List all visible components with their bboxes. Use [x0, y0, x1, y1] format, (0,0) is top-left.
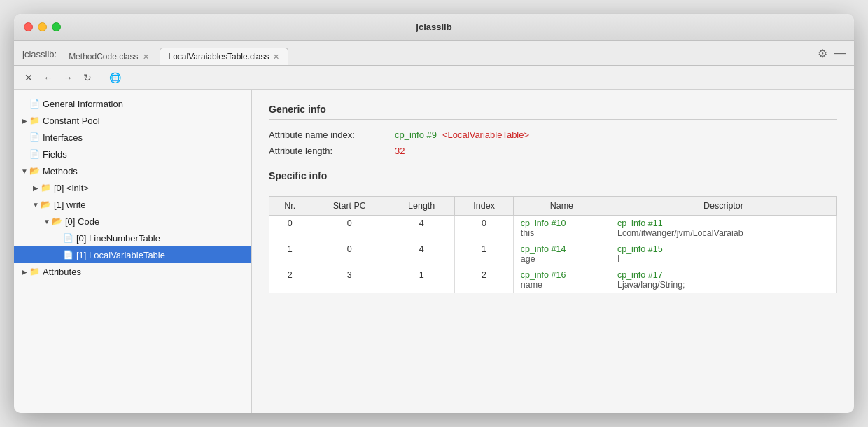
sidebar-item-attributes[interactable]: ▶ 📁 Attributes [14, 263, 251, 280]
back-button[interactable]: ← [41, 70, 56, 85]
main-area: 📄 General Information ▶ 📁 Constant Pool … [14, 90, 854, 413]
generic-info-title: Generic info [269, 104, 837, 120]
label-methods: Methods [43, 166, 78, 176]
name-link-1[interactable]: cp_info #14 [521, 244, 566, 254]
close-nav-button[interactable]: ✕ [21, 70, 36, 85]
expand-localvariable [53, 251, 63, 259]
minimize-button[interactable] [38, 22, 47, 31]
refresh-icon: ↻ [83, 72, 92, 83]
window-title: jclasslib [416, 22, 451, 32]
toolbar-divider [101, 72, 102, 83]
label-localvariable: [1] LocalVariableTable [76, 250, 165, 260]
sidebar-item-init[interactable]: ▶ 📁 [0] <init> [14, 179, 251, 196]
forward-button[interactable]: → [60, 70, 76, 85]
col-nr: Nr. [270, 197, 312, 216]
expand-attributes: ▶ [20, 268, 29, 276]
attr-length-row: Attribute length: 32 [269, 146, 837, 156]
tab-prefix: jclasslib: [22, 49, 57, 65]
col-length: Length [388, 197, 455, 216]
close-button[interactable] [24, 22, 33, 31]
attr-name-label: Attribute name index: [269, 130, 395, 140]
cell-length-1: 4 [388, 241, 455, 267]
name-sub-1: age [521, 254, 603, 264]
cell-index-0: 0 [455, 216, 513, 241]
folder-icon-constant-pool: 📁 [29, 115, 40, 125]
attr-length-value: 32 [395, 146, 405, 156]
sidebar-item-general-info[interactable]: 📄 General Information [14, 95, 251, 112]
expand-general-info [20, 100, 29, 108]
tab-localvariables[interactable]: LocalVaraiablesTable.class ✕ [160, 48, 289, 65]
doc-icon-interfaces: 📄 [29, 132, 40, 142]
traffic-lights [24, 22, 61, 31]
specific-info-section: Specific info Nr. Start PC Length Index … [269, 170, 837, 293]
sidebar-item-code[interactable]: ▼ 📂 [0] Code [14, 213, 251, 230]
refresh-button[interactable]: ↻ [80, 70, 95, 85]
desc-link-0[interactable]: cp_info #11 [617, 218, 663, 228]
attr-name-link[interactable]: cp_info #9 [395, 130, 437, 140]
expand-constant-pool: ▶ [20, 117, 29, 125]
tabbar: jclasslib: MethodCode.class ✕ LocalVarai… [14, 41, 854, 66]
cell-name-1: cp_info #14 age [513, 241, 610, 267]
tab-methodcode-close[interactable]: ✕ [143, 53, 149, 61]
sidebar-item-fields[interactable]: 📄 Fields [14, 146, 251, 162]
content-panel: Generic info Attribute name index: cp_in… [252, 90, 854, 413]
col-startpc: Start PC [311, 197, 388, 216]
tab-localvariables-close[interactable]: ✕ [273, 53, 279, 61]
settings-icon[interactable]: ⚙ [818, 47, 827, 60]
forward-icon: → [63, 72, 73, 83]
folder-icon-attributes: 📁 [29, 267, 40, 276]
sidebar-item-methods[interactable]: ▼ 📂 Methods [14, 162, 251, 179]
desc-sub-1: I [617, 254, 830, 264]
expand-write: ▼ [31, 201, 41, 209]
doc-icon-linenumber: 📄 [63, 233, 74, 243]
toolbar: ✕ ← → ↻ 🌐 [14, 66, 854, 90]
label-interfaces: Interfaces [43, 132, 83, 143]
cell-desc-2: cp_info #17 Ljava/lang/String; [610, 267, 836, 293]
doc-icon-general-info: 📄 [29, 99, 40, 108]
table-row: 2 3 1 2 cp_info #16 name cp_info #17 Lja… [270, 267, 837, 293]
desc-sub-0: Lcom/itwanger/jvm/LocalVaraiab [617, 228, 830, 238]
expand-interfaces [20, 134, 29, 141]
sidebar-item-constant-pool[interactable]: ▶ 📁 Constant Pool [14, 112, 251, 129]
label-fields: Fields [43, 149, 67, 160]
sidebar-item-localvariable[interactable]: 📄 [1] LocalVariableTable [14, 246, 251, 263]
desc-link-2[interactable]: cp_info #17 [617, 270, 663, 280]
sidebar-item-linenumber[interactable]: 📄 [0] LineNumberTable [14, 230, 251, 246]
minimize-icon[interactable]: — [834, 47, 846, 60]
name-link-0[interactable]: cp_info #10 [521, 218, 566, 228]
desc-link-1[interactable]: cp_info #15 [617, 244, 663, 254]
cell-desc-1: cp_info #15 I [610, 241, 836, 267]
folder-icon-methods: 📂 [29, 166, 40, 176]
cell-startpc-1: 0 [311, 241, 388, 267]
globe-button[interactable]: 🌐 [107, 70, 122, 85]
tabbar-actions: ⚙ — [818, 47, 846, 60]
doc-icon-fields: 📄 [29, 149, 40, 159]
tab-methodcode[interactable]: MethodCode.class ✕ [59, 48, 158, 65]
col-descriptor: Descriptor [610, 197, 836, 216]
label-constant-pool: Constant Pool [43, 115, 100, 126]
expand-fields [20, 150, 29, 158]
specific-info-title: Specific info [269, 170, 837, 186]
desc-sub-2: Ljava/lang/String; [617, 280, 830, 290]
cell-length-2: 1 [388, 267, 455, 293]
cell-nr-2: 2 [270, 267, 312, 293]
main-window: jclasslib jclasslib: MethodCode.class ✕ … [14, 14, 854, 413]
sidebar-item-interfaces[interactable]: 📄 Interfaces [14, 129, 251, 146]
attr-name-tag: <LocalVariableTable> [442, 130, 529, 140]
label-init: [0] <init> [54, 183, 89, 193]
sidebar-item-write[interactable]: ▼ 📂 [1] write [14, 196, 251, 213]
tab-localvariables-label: LocalVaraiablesTable.class [169, 52, 270, 62]
expand-methods: ▼ [20, 167, 29, 175]
titlebar: jclasslib [14, 14, 854, 41]
close-nav-icon: ✕ [24, 72, 33, 83]
fullscreen-button[interactable] [52, 22, 61, 31]
doc-icon-localvariable: 📄 [63, 250, 74, 260]
expand-code: ▼ [42, 218, 52, 225]
name-link-2[interactable]: cp_info #16 [521, 270, 566, 280]
label-linenumber: [0] LineNumberTable [76, 233, 160, 244]
label-general-info: General Information [43, 99, 123, 109]
attr-name-row: Attribute name index: cp_info #9 <LocalV… [269, 130, 837, 140]
cell-startpc-2: 3 [311, 267, 388, 293]
name-sub-2: name [521, 280, 603, 290]
table-row: 1 0 4 1 cp_info #14 age cp_info #15 I [270, 241, 837, 267]
